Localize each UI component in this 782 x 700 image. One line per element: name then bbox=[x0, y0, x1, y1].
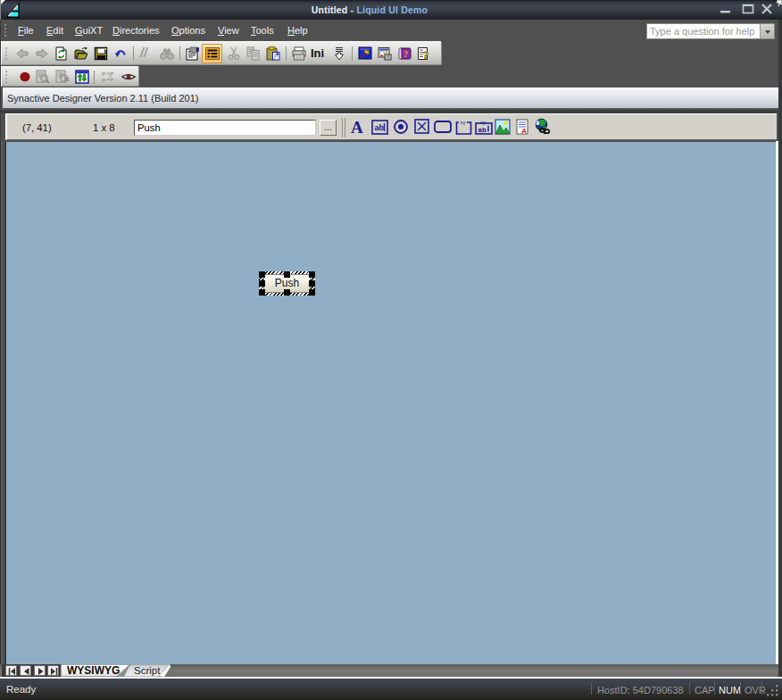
svg-text:P: P bbox=[102, 71, 105, 77]
svg-text:?: ? bbox=[423, 48, 429, 62]
svg-text:ab: ab bbox=[478, 126, 487, 134]
svg-text:A: A bbox=[520, 127, 527, 135]
svg-text:ab: ab bbox=[375, 123, 385, 132]
svg-text:xy: xy bbox=[461, 120, 466, 125]
svg-text:?: ? bbox=[403, 49, 408, 59]
svg-text:WYSIWYG: WYSIWYG bbox=[67, 664, 120, 677]
svg-text:Script: Script bbox=[134, 665, 161, 676]
svg-text:P: P bbox=[102, 77, 105, 83]
